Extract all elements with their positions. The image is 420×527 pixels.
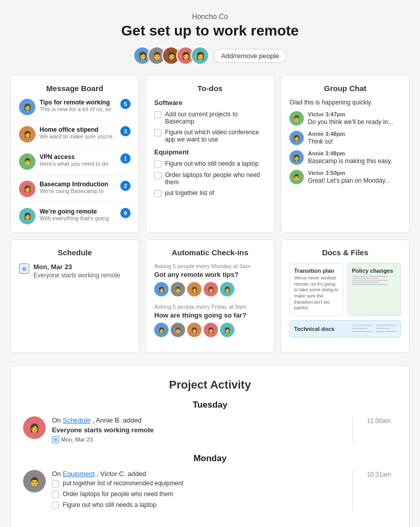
unread-badge: 9	[120, 208, 131, 218]
doc-line	[376, 325, 396, 326]
unread-badge: 3	[120, 126, 131, 136]
message-title: Home office stipend	[40, 126, 116, 133]
activity-time: 11:00am	[361, 416, 397, 425]
doc-line	[352, 282, 379, 283]
activity-suffix: , Annie B. added	[93, 416, 141, 424]
list-item[interactable]: put together list of	[154, 189, 266, 197]
todo-label: put together list of recommended equipme…	[63, 480, 184, 487]
checkbox[interactable]	[154, 190, 161, 197]
avatar: 👩	[154, 323, 169, 337]
schedule-event: ▦ Mon, Mar 23 Everyone starts working re…	[19, 263, 131, 279]
header-people: 👩 👨 👩 👩 👩 Add/remove people	[10, 46, 410, 65]
checkins-title: Automatic Check-ins	[154, 248, 266, 257]
checkbox[interactable]	[52, 480, 59, 487]
list-item[interactable]: Figure out who still needs a laptop	[154, 160, 266, 168]
avatar: 👩	[204, 323, 218, 337]
chat-sender: Victor	[308, 111, 324, 117]
activity-link[interactable]: Equipment	[63, 470, 95, 478]
doc-line	[376, 331, 396, 332]
todo-label: Figure out who still needs a laptop	[63, 501, 156, 508]
calendar-icon: ▦	[19, 264, 29, 274]
avatar: 👩	[19, 99, 35, 115]
list-item[interactable]: 👨 VPN access Here's what you need to do …	[19, 153, 131, 175]
list-item[interactable]: 👩 Basecamp Introduction We're using Base…	[19, 181, 131, 203]
todo-section-equipment: Equipment	[154, 148, 266, 156]
list-item[interactable]: 👩 Tips for remote working This is new fo…	[19, 99, 131, 121]
message-preview: With everything that's going	[40, 215, 116, 221]
checkbox[interactable]	[154, 172, 161, 179]
avatar: 👩	[19, 208, 35, 224]
list-item[interactable]: Order laptops for people who need them	[52, 490, 184, 498]
event-description: Everyone starts working remote	[33, 272, 120, 279]
checkbox[interactable]	[154, 129, 161, 136]
checkbox[interactable]	[154, 161, 161, 168]
checkbox[interactable]	[52, 491, 59, 498]
avatar[interactable]: 👩	[191, 46, 209, 65]
list-item[interactable]: 👩 We're going remote With everything tha…	[19, 208, 131, 224]
list-item[interactable]: Figure out who still needs a laptop	[52, 501, 184, 509]
message-preview: We're using Basecamp to	[40, 188, 116, 194]
avatar: 👩	[289, 131, 304, 145]
schedule-title: Schedule	[19, 248, 131, 257]
list-item[interactable]: Add our current projects to Basecamp	[154, 111, 266, 125]
avatar: 👩	[19, 126, 35, 143]
chat-time: 3:47pm	[325, 111, 345, 117]
checkin-block: Asking 5 people every Friday at 9am. How…	[154, 304, 266, 337]
activity-suffix: , Victor C. added	[97, 470, 147, 478]
doc-line	[352, 276, 388, 277]
checkbox[interactable]	[52, 502, 59, 509]
list-item: 👩 Annie 3:48pm Think so!	[289, 131, 401, 145]
checkin-block: Asking 5 people every Monday at 9am. Got…	[154, 263, 266, 296]
doc-text: We've never worked remote, so it's going…	[294, 275, 339, 311]
message-preview: This is new for a lot of us, so	[40, 106, 116, 112]
doc-card[interactable]: Policy changes	[348, 263, 401, 316]
docs-grid: Transition plan We've never worked remot…	[289, 263, 401, 338]
chat-sender: Victor	[308, 170, 324, 176]
doc-card[interactable]: Transition plan We've never worked remot…	[289, 263, 343, 316]
activity-time: 10:31am	[361, 470, 397, 478]
chat-text: Think so!	[308, 138, 401, 145]
top-grid: Message Board 👩 Tips for remote working …	[10, 75, 410, 233]
chat-time: 3:50pm	[325, 170, 345, 176]
checkin-avatars: 👩 👨 👩 👩 👩	[154, 282, 266, 296]
avatar: 👩	[23, 416, 46, 439]
message-title: VPN access	[40, 153, 116, 161]
activity-item-title: Everyone starts working remote	[52, 426, 154, 434]
add-people-button[interactable]: Add/remove people	[213, 49, 287, 63]
activity-row: 👨 On Equipment , Victor C. added put tog…	[23, 470, 397, 512]
message-title: We're going remote	[40, 208, 116, 215]
list-item: 👨 Victor 3:47pm Do you think we'll be re…	[289, 111, 401, 126]
avatar: 👩	[204, 282, 218, 296]
message-board-title: Message Board	[19, 84, 131, 93]
doc-card[interactable]: Technical docs	[289, 320, 401, 338]
avatar: 👩	[220, 323, 234, 337]
docs-files-card: Docs & Files Transition plan We've never…	[281, 239, 410, 353]
avatar: 👨	[289, 111, 304, 126]
checkbox[interactable]	[154, 111, 161, 118]
unread-badge: 2	[120, 181, 131, 191]
list-item: 👩 Annie 3:48pm Basecamp is making this e…	[289, 150, 401, 165]
chat-time: 3:48pm	[325, 150, 345, 156]
doc-line	[352, 325, 373, 326]
activity-title: Project Activity	[23, 378, 397, 392]
chat-sender: Annie	[308, 150, 324, 156]
avatar-group: 👩 👨 👩 👩 👩	[133, 46, 209, 65]
group-chat-card: Group Chat Glad this is happening quickl…	[281, 75, 410, 233]
calendar-icon: ▦	[52, 436, 59, 443]
message-preview: We want to make sure you're	[40, 133, 116, 139]
activity-row: 👩 On Schedule , Annie B. added Everyone …	[23, 416, 397, 443]
list-item[interactable]: Figure out which video conference app we…	[154, 129, 266, 143]
message-preview: Here's what you need to do	[40, 161, 116, 167]
list-item[interactable]: 👩 Home office stipend We want to make su…	[19, 126, 131, 148]
checkin-asking: Asking 5 people every Friday at 9am.	[154, 304, 266, 310]
avatar: 👨	[19, 153, 35, 170]
divider	[352, 470, 353, 512]
company-name: Honcho Co	[10, 12, 410, 21]
unread-badge: 5	[120, 99, 131, 109]
list-item[interactable]: put together list of recommended equipme…	[52, 480, 184, 487]
header: Honcho Co Get set up to work remote 👩 👨 …	[10, 12, 410, 65]
list-item[interactable]: Order laptops for people who need them	[154, 171, 266, 186]
activity-link[interactable]: Schedule	[63, 416, 90, 424]
doc-line	[376, 328, 391, 329]
avatar: 👩	[187, 323, 202, 337]
